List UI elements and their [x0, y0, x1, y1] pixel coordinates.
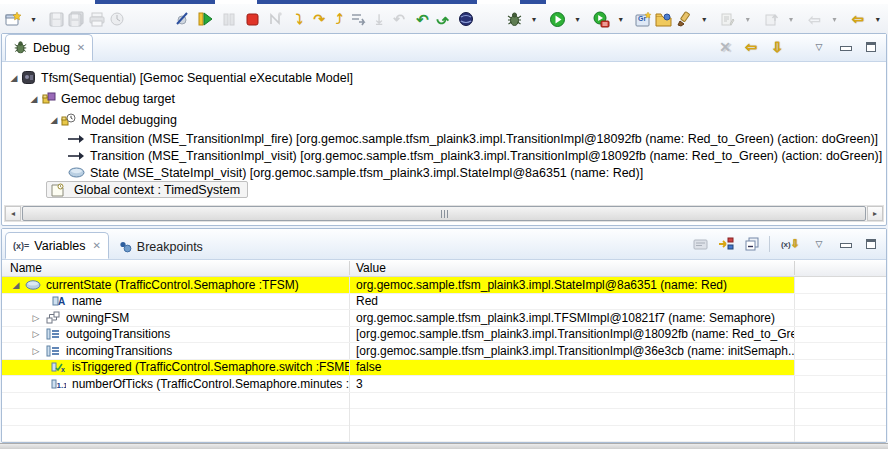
variables-maximize-button[interactable]: [862, 235, 880, 253]
column-header-value[interactable]: Value: [356, 261, 386, 275]
variables-view-menu-button[interactable]: ▽: [810, 235, 828, 253]
expander-icon[interactable]: ▷: [30, 329, 42, 339]
step-over-button[interactable]: ↷: [309, 7, 329, 31]
back-disabled-button[interactable]: ⇦: [804, 7, 824, 31]
run-icon: [549, 11, 566, 28]
resume-button[interactable]: [195, 7, 215, 31]
run-last-button[interactable]: [591, 7, 611, 31]
mark-occurrences-dropdown[interactable]: ▾: [738, 7, 758, 31]
expander-icon[interactable]: ▷: [30, 346, 42, 356]
tree-row-transition-fire[interactable]: Transition (MSE_TransitionImpl_fire) [or…: [2, 130, 886, 147]
debug-view-menu-button[interactable]: ▽: [810, 38, 828, 56]
variable-row-currentState[interactable]: ◢ currentState (TrafficControl.Semaphore…: [2, 277, 886, 294]
next-annotation-button[interactable]: [761, 7, 781, 31]
step-forward-button[interactable]: ↷: [432, 7, 452, 31]
column-resize-handle[interactable]: [794, 261, 795, 275]
expander-icon[interactable]: ◢: [10, 280, 22, 290]
grid-body: ◢ currentState (TrafficControl.Semaphore…: [2, 277, 886, 442]
tab-breakpoints-label: Breakpoints: [137, 240, 203, 254]
expander-icon[interactable]: ◢: [8, 73, 20, 83]
tab-variables[interactable]: (x)= Variables ✕: [5, 232, 109, 259]
chevron-down-icon: ▾: [617, 15, 625, 24]
back-disabled-dropdown[interactable]: ▾: [824, 7, 844, 31]
step-into-button[interactable]: ⤵: [289, 7, 309, 31]
view-menu-icon: ▽: [816, 42, 823, 52]
step-back-into-button[interactable]: ⇦: [742, 38, 760, 56]
debug-globe-button[interactable]: [456, 7, 476, 31]
save-all-button[interactable]: [67, 7, 87, 31]
tab-breakpoints[interactable]: Breakpoints: [109, 235, 213, 259]
variable-row-incomingTransitions[interactable]: ▷ incomingTransitions [org.gemoc.sample.…: [2, 343, 886, 360]
tree-row-launch[interactable]: ◢ Tfsm(Sequential) [Gemoc Sequential eXe…: [2, 67, 886, 88]
scroll-right-icon: ▸: [873, 209, 877, 218]
tab-variables-close-icon[interactable]: ✕: [92, 240, 100, 251]
run-dropdown[interactable]: ▾: [567, 7, 587, 31]
step-backward-disabled-button[interactable]: ↶: [389, 7, 409, 31]
disconnect-button[interactable]: [266, 7, 286, 31]
collapse-all-button[interactable]: [743, 235, 761, 253]
expander-icon[interactable]: ◢: [28, 94, 40, 104]
run-last-icon: [592, 11, 610, 28]
run-button[interactable]: [547, 7, 567, 31]
remove-all-terminated-button[interactable]: ✕: [716, 38, 734, 56]
expander-icon[interactable]: ◢: [48, 115, 60, 125]
variable-row-isTriggered[interactable]: x isTriggered (TrafficControl.Semaphore.…: [2, 360, 886, 377]
save-button[interactable]: [47, 7, 67, 31]
tree-row-state-visit[interactable]: State (MSE_StateImpl_visit) [org.gemoc.s…: [2, 164, 886, 181]
terminate-button[interactable]: [242, 7, 262, 31]
paintbrush-dropdown[interactable]: ▾: [694, 7, 714, 31]
debug-dropdown[interactable]: ▾: [524, 7, 544, 31]
debug-horizontal-scrollbar[interactable]: ◂ ▸: [4, 205, 884, 222]
tree-row-transition-visit[interactable]: Transition (MSE_TransitionImpl_visit) [o…: [2, 147, 886, 164]
tab-debug-close-icon[interactable]: ✕: [77, 42, 85, 53]
variable-name: numberOfTicks (TrafficControl.Semaphore.…: [72, 377, 349, 391]
scroll-right-button[interactable]: ▸: [867, 206, 883, 221]
print-button[interactable]: [87, 7, 107, 31]
tree-row-model-debugging[interactable]: ◢ Model debugging: [2, 109, 886, 130]
back-button[interactable]: ⇦: [848, 7, 868, 31]
new-wizard-button[interactable]: [3, 7, 23, 31]
variables-minimize-button[interactable]: [836, 235, 854, 253]
tree-row-debug-target[interactable]: ◢ Gemoc debug target: [2, 88, 886, 109]
mark-occurrences-button[interactable]: [718, 7, 738, 31]
variable-row-outgoingTransitions[interactable]: ▷ outgoingTransitions [org.gemoc.sample.…: [2, 327, 886, 344]
new-wizard-dropdown[interactable]: ▾: [23, 7, 43, 31]
step-return-icon: ⤴: [336, 12, 343, 26]
debug-minimize-button[interactable]: [836, 38, 854, 56]
column-header-name[interactable]: Name: [10, 261, 42, 275]
pause-button[interactable]: [219, 7, 239, 31]
remove-all-terminated-icon: ✕: [719, 40, 731, 54]
show-logical-structure-button[interactable]: [717, 235, 735, 253]
tab-debug[interactable]: Debug ✕: [5, 34, 93, 61]
debug-icon: [506, 11, 523, 28]
variable-row-owningFSM[interactable]: ▷ owningFSM org.gemoc.sample.tfsm_plaink…: [2, 310, 886, 327]
watch-expression-button[interactable]: (x) ⇩: [778, 235, 802, 253]
main-toolbar: ▾: [0, 4, 888, 34]
clock-button[interactable]: [107, 7, 127, 31]
column-resize-handle[interactable]: [349, 261, 350, 275]
variable-row-numberOfTicks[interactable]: 1.1 numberOfTicks (TrafficControl.Semaph…: [2, 376, 886, 393]
step-into-icon: ⤵: [296, 12, 303, 26]
scroll-left-button[interactable]: ◂: [5, 206, 21, 221]
paintbrush-button[interactable]: [674, 7, 694, 31]
open-folder-button[interactable]: [654, 7, 674, 31]
run-last-dropdown[interactable]: ▾: [611, 7, 631, 31]
drop-to-frame-button[interactable]: ⤓: [369, 7, 389, 31]
expander-icon[interactable]: ▷: [30, 313, 42, 323]
next-annotation-dropdown[interactable]: ▾: [781, 7, 801, 31]
scrollbar-thumb[interactable]: [22, 206, 866, 221]
step-backward-button[interactable]: ↶: [412, 7, 432, 31]
debug-maximize-button[interactable]: [862, 38, 880, 56]
skip-all-breakpoints-button[interactable]: [172, 7, 192, 31]
step-forward-over-button[interactable]: ⇩: [768, 38, 786, 56]
new-gemoc-project-button[interactable]: Gr: [634, 7, 654, 31]
step-filters-button[interactable]: [349, 7, 369, 31]
variable-row-name[interactable]: A name Red: [2, 294, 886, 311]
show-type-names-button[interactable]: [691, 235, 709, 253]
back-dropdown[interactable]: ▾: [868, 7, 888, 31]
debug-button[interactable]: [504, 7, 524, 31]
step-return-button[interactable]: ⤴: [329, 7, 349, 31]
tree-row-global-context[interactable]: Global context : TimedSystem: [2, 181, 886, 198]
selected-tree-item[interactable]: Global context : TimedSystem: [46, 181, 248, 198]
watch-arrow-icon: ⇩: [791, 239, 799, 249]
